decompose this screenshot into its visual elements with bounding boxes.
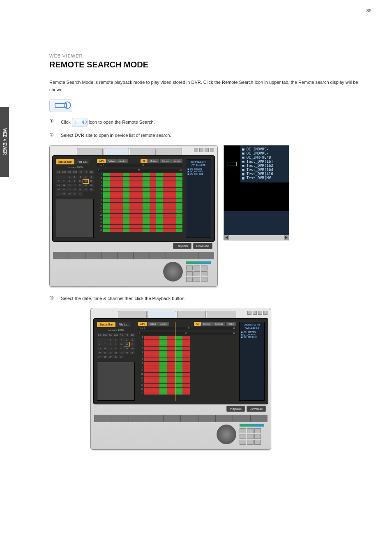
- playback-controls-2[interactable]: [240, 428, 264, 445]
- jog-wheel-2[interactable]: [217, 425, 236, 444]
- calendar-day[interactable]: 15: [108, 346, 113, 350]
- device-list-expanded[interactable]: ▣ QC_IMDVRS-▣ QC_IMDVRS-▣ QC_IMR-9048▣ T…: [240, 145, 289, 182]
- calendar-day[interactable]: 20: [97, 351, 102, 354]
- calendar-day[interactable]: 5: [89, 175, 94, 179]
- playback-controls[interactable]: [186, 265, 211, 282]
- thumbnail-strip[interactable]: [53, 252, 214, 259]
- download-button[interactable]: Download: [193, 243, 212, 249]
- channel-row[interactable]: 6: [138, 354, 236, 358]
- tab-status-bar[interactable]: Status Bar: [56, 159, 74, 164]
- list-item[interactable]: ▣ QC_IMR-9048: [242, 155, 287, 159]
- calendar-day[interactable]: 22: [67, 188, 72, 192]
- timeline[interactable]: 12345678910111213141516: [97, 173, 182, 238]
- calendar-day[interactable]: 4: [124, 338, 129, 342]
- tab-file-list-2[interactable]: File List: [116, 322, 131, 327]
- channel-row[interactable]: 11: [138, 373, 236, 376]
- calendar-day[interactable]: 27: [56, 192, 61, 196]
- channel-row[interactable]: 5: [138, 351, 236, 354]
- calendar-day[interactable]: 9: [113, 342, 118, 346]
- tab-file-list[interactable]: File List: [75, 159, 90, 164]
- list-item[interactable]: ▣ QC_IMDVRS-: [242, 147, 287, 151]
- calendar-day[interactable]: 7: [102, 342, 107, 346]
- channel-row[interactable]: 10: [97, 206, 182, 210]
- playback-button-2[interactable]: Playback: [226, 406, 244, 412]
- channel-row[interactable]: 4: [97, 184, 182, 187]
- download-button-2[interactable]: Download: [247, 406, 266, 412]
- hour-scale[interactable]: Hour 012: [97, 164, 182, 167]
- calendar-day[interactable]: 25: [83, 188, 88, 192]
- calendar-day[interactable]: 23: [72, 188, 77, 192]
- calendar-day[interactable]: 14: [102, 346, 107, 350]
- channel-row[interactable]: 1: [138, 336, 236, 339]
- calendar-day[interactable]: 12: [130, 342, 135, 346]
- filter-motion[interactable]: Motion: [148, 159, 159, 163]
- list-item[interactable]: ▣ Test_DVR(162: [242, 164, 287, 168]
- calendar-day[interactable]: [61, 175, 66, 179]
- filter-audio-2[interactable]: Audio: [158, 322, 168, 326]
- channel-row[interactable]: 4: [138, 347, 236, 350]
- calendar-day[interactable]: 1: [67, 175, 72, 179]
- calendar-day[interactable]: 26: [89, 188, 94, 192]
- calendar-day[interactable]: 11: [124, 342, 129, 346]
- list-item[interactable]: ▣ QC_IMR-9048: [187, 173, 210, 175]
- channel-row[interactable]: 8: [97, 199, 182, 202]
- volume-slider-2[interactable]: [240, 424, 264, 427]
- channel-row[interactable]: 5: [97, 188, 182, 191]
- calendar-day[interactable]: [97, 338, 102, 342]
- calendar-day[interactable]: 18: [83, 184, 88, 187]
- hour-scale-2[interactable]: Hour 0912: [138, 327, 236, 330]
- calendar-day[interactable]: 24: [119, 351, 124, 354]
- calendar-day[interactable]: 29: [67, 192, 72, 196]
- list-item[interactable]: ▣ QC_IMR-9048: [241, 336, 263, 338]
- calendar-day[interactable]: 17: [78, 184, 83, 187]
- list-item[interactable]: ▣ QC_IMDVRS-: [242, 151, 287, 155]
- calendar-day[interactable]: 4: [83, 175, 88, 179]
- calendar-day[interactable]: 24: [78, 188, 83, 192]
- calendar-day[interactable]: 10: [78, 180, 83, 183]
- calendar-day[interactable]: 26: [130, 351, 135, 354]
- calendar-day[interactable]: [56, 175, 61, 179]
- calendar-day[interactable]: 28: [61, 192, 66, 196]
- calendar-day[interactable]: 31: [78, 192, 83, 196]
- channel-row[interactable]: 8: [138, 362, 236, 365]
- window-controls-2[interactable]: [247, 311, 267, 315]
- filter-all-2[interactable]: All: [194, 322, 201, 326]
- calendar-day[interactable]: 9: [72, 180, 77, 183]
- calendar-day[interactable]: 19: [130, 346, 135, 350]
- calendar-month-2[interactable]: January, 2008: [97, 329, 135, 331]
- calendar-day[interactable]: 5: [130, 338, 135, 342]
- calendar-day[interactable]: 8: [67, 180, 72, 183]
- filter-video[interactable]: Video: [106, 159, 117, 163]
- channel-row[interactable]: 7: [97, 195, 182, 199]
- calendar-day[interactable]: 6: [56, 180, 61, 183]
- filter-av-2[interactable]: A&V: [138, 322, 147, 326]
- calendar-day[interactable]: 30: [113, 355, 118, 358]
- channel-row[interactable]: 15: [97, 225, 182, 228]
- calendar-day[interactable]: 19: [89, 184, 94, 187]
- channel-row[interactable]: 2: [138, 339, 236, 343]
- playhead[interactable]: [175, 322, 175, 401]
- calendar-day[interactable]: 28: [102, 355, 107, 358]
- calendar-day[interactable]: 18: [124, 346, 129, 350]
- list-item[interactable]: ▣ Test_DVR(410: [242, 172, 287, 176]
- timeline-2[interactable]: 12345678910111213141516: [138, 336, 236, 401]
- device-list-popup[interactable]: ▣ QC_IMDVRS-▣ QC_IMDVRS-▣ QC_IMR-9048▣ T…: [224, 145, 289, 240]
- calendar-day[interactable]: 21: [102, 351, 107, 354]
- calendar-day[interactable]: 6: [97, 342, 102, 346]
- calendar-day[interactable]: 3: [119, 338, 124, 342]
- channel-row[interactable]: 6: [97, 192, 182, 195]
- calendar-day[interactable]: 29: [108, 355, 113, 358]
- minute-scale[interactable]: 03060: [97, 169, 182, 172]
- calendar-month[interactable]: January, 2008: [56, 166, 94, 169]
- calendar-day[interactable]: 2: [113, 338, 118, 342]
- calendar-day[interactable]: 11: [83, 180, 88, 183]
- window-controls[interactable]: [194, 148, 214, 152]
- window-tabs-2[interactable]: [93, 311, 268, 318]
- channel-row[interactable]: 16: [138, 391, 236, 395]
- list-item[interactable]: ▣ Test_DVR(164: [242, 168, 287, 172]
- calendar-day[interactable]: 8: [108, 342, 113, 346]
- channel-row[interactable]: 13: [138, 380, 236, 383]
- calendar-day[interactable]: 3: [78, 175, 83, 179]
- channel-row[interactable]: 7: [138, 358, 236, 361]
- filter-sensor-2[interactable]: Sensor: [213, 322, 225, 326]
